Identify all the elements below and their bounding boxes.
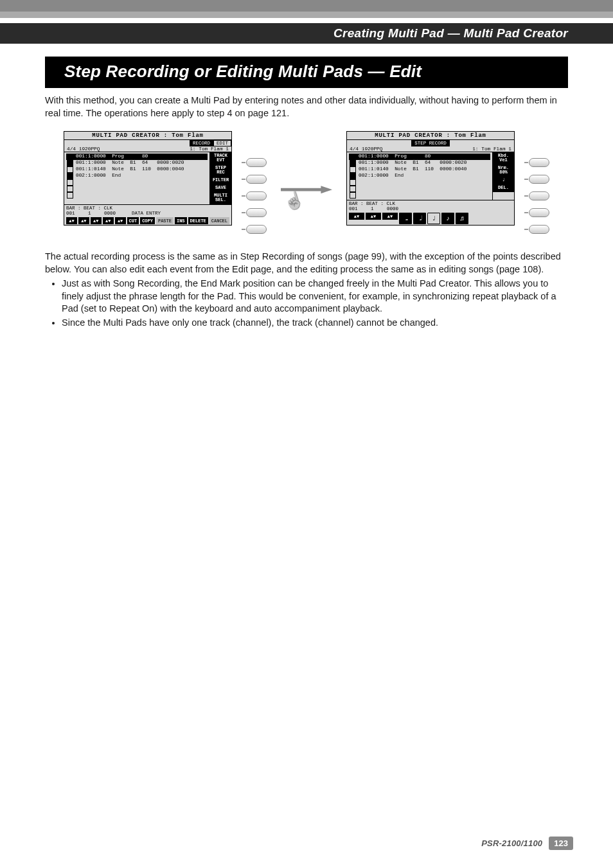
cursor-box-icon — [67, 186, 73, 192]
lcd-side-buttons: TRACK EVTSTEP RECFILTERSAVEMULTI SEL. — [209, 152, 231, 204]
lcd-foot-right: BAR : BEAT : CLK 001 1 0000 ▲▼ ▲▼ ▲▼ 𝅝𝅗𝅥… — [347, 200, 514, 225]
page: Creating Multi Pad — Multi Pad Creator S… — [0, 0, 613, 868]
hardware-button-column-left — [246, 131, 267, 234]
hardware-button[interactable] — [529, 208, 549, 217]
note-value-button: ♪ — [441, 213, 454, 224]
section-heading: Step Recording or Editing Multi Pads — E… — [45, 57, 568, 88]
lcd-side-button: DEL. — [493, 184, 514, 192]
body-text: The actual recording process is the same… — [45, 251, 568, 329]
lcd-tabs-left: RECORD EDIT — [64, 140, 231, 146]
lcd-header: 4/4 1920PPQ 1: Tom Flam 1 — [64, 146, 231, 152]
cursor-box-icon — [350, 160, 356, 166]
lcd-body: 001:1:0000 Prog 80 001:1:0000 Note B1 64… — [347, 152, 514, 200]
event-row: 001:1:0000 Prog 80 — [66, 154, 208, 160]
event-row-empty — [349, 186, 490, 192]
bullet-item: Just as with Song Recording, the End Mar… — [62, 278, 568, 315]
foot-bar: 001 — [66, 211, 75, 216]
lcd-side-button: STEP REC — [210, 164, 231, 177]
intro-paragraph: With this method, you can create a Multi… — [45, 94, 568, 120]
foot-button-row-left: ▲▼ ▲▼ ▲▼ ▲▼ ▲▼ CUTCOPYPASTEINSDELETECANC… — [66, 217, 229, 224]
lcd-side-button: Kbd. Vel — [493, 152, 514, 164]
tab-edit: EDIT — [213, 140, 231, 146]
event-text: 001:1:0000 Prog 80 — [76, 154, 157, 160]
event-text: 001:1:0000 Prog 80 — [359, 154, 440, 160]
hardware-button[interactable] — [246, 158, 267, 167]
lcd-header-left: 4/4 1920PPQ — [350, 146, 382, 152]
bar-beat-clk-label: BAR : BEAT : CLK — [349, 201, 395, 206]
cursor-box-icon — [67, 179, 73, 186]
tab-record: RECORD — [190, 140, 213, 146]
hardware-button[interactable] — [529, 158, 549, 167]
updown-icon: ▲▼ — [78, 217, 89, 224]
cursor-box-icon — [350, 173, 356, 179]
lcd-side-button: FILTER — [210, 177, 231, 184]
lcd-foot-button: COPY — [140, 217, 155, 224]
footer: PSR-2100/1100 123 — [481, 837, 573, 850]
event-row: 002:1:0000 End — [349, 173, 490, 179]
lcd-screen-right: MULTI PAD CREATOR : Tom Flam STEP RECORD… — [346, 131, 515, 226]
lcd-side-buttons: Kbd. VelNrm. 80%♩DEL. — [492, 152, 514, 200]
event-row: 001:1:0000 Prog 80 — [349, 154, 490, 160]
hardware-button[interactable] — [246, 208, 267, 217]
lcd-screen-left: MULTI PAD CREATOR : Tom Flam RECORD EDIT… — [64, 131, 232, 226]
hardware-button[interactable] — [529, 175, 549, 184]
lcd-foot-button: PASTE — [156, 217, 173, 224]
foot-beat: 1 — [371, 206, 374, 211]
updown-icon: ▲▼ — [91, 217, 102, 224]
bullet-list: Just as with Song Recording, the End Mar… — [45, 278, 568, 329]
event-row-empty — [66, 192, 208, 199]
updown-icon: ▲▼ — [66, 217, 77, 224]
lcd-foot-button: DELETE — [188, 217, 208, 224]
event-row-empty — [349, 192, 490, 199]
event-row: 001:1:0000 Note B1 64 0000:0020 — [349, 160, 490, 166]
lcd-tabs-right: STEP RECORD — [347, 140, 514, 146]
chapter-bar: Creating Multi Pad — Multi Pad Creator — [0, 23, 613, 44]
event-text: 001:1:0000 Note B1 64 0000:0020 — [359, 160, 466, 166]
content: Step Recording or Editing Multi Pads — E… — [45, 57, 568, 330]
hardware-button[interactable] — [529, 191, 549, 200]
hardware-button[interactable] — [246, 175, 267, 184]
lcd-foot-left: BAR : BEAT : CLK 001 1 0000 DATA ENTRY ▲… — [64, 204, 231, 225]
chapter-title: Creating Multi Pad — Multi Pad Creator — [333, 26, 568, 40]
lcd-title: MULTI PAD CREATOR : Tom Flam — [64, 132, 231, 140]
hardware-button[interactable] — [529, 225, 549, 234]
footer-page-number: 123 — [549, 837, 573, 850]
hand-pointer-icon: ☝️ — [281, 189, 306, 213]
event-text: 001:1:0000 Note B1 64 0000:0020 — [76, 160, 184, 166]
event-row-empty — [349, 179, 490, 186]
foot-clk: 0000 — [387, 206, 398, 211]
updown-icon: ▲▼ — [115, 217, 126, 224]
cursor-box-icon — [350, 179, 356, 186]
lcd-side-button: MULTI SEL. — [210, 192, 231, 204]
event-row-empty — [66, 179, 208, 186]
hardware-button-column-right — [529, 131, 549, 234]
foot-clk: 0000 — [104, 211, 116, 216]
bar-beat-clk-label: BAR : BEAT : CLK — [66, 206, 112, 211]
hardware-button[interactable] — [246, 191, 267, 200]
cursor-box-icon — [350, 166, 356, 173]
foot-button-row-right: ▲▼ ▲▼ ▲▼ 𝅝𝅗𝅥♩♪♬ — [349, 213, 512, 224]
cursor-box-icon — [67, 160, 73, 166]
event-text: 002:1:0000 End — [359, 173, 440, 179]
foot-beat: 1 — [88, 211, 91, 216]
lcd-foot-button: CUT — [127, 217, 139, 224]
note-value-button: 𝅝 — [399, 213, 412, 224]
event-text: 001:1:0140 Note B1 110 0000:0040 — [359, 166, 466, 173]
event-row-empty — [66, 186, 208, 192]
pointer: ☝️ — [281, 184, 332, 217]
event-row: 001:1:0140 Note B1 110 0000:0040 — [66, 166, 208, 173]
cursor-box-icon — [350, 192, 356, 199]
lcd-side-button: TRACK EVT — [210, 152, 231, 164]
lcd-side-button: ♩ — [493, 177, 514, 184]
hardware-button[interactable] — [246, 225, 267, 234]
cursor-box-icon — [67, 166, 73, 173]
updown-icon: ▲▼ — [366, 213, 381, 220]
lcd-foot-button: CANCEL — [209, 217, 229, 224]
note-value-button: ♬ — [456, 213, 468, 224]
cursor-box-icon — [350, 154, 356, 160]
data-entry-label: DATA ENTRY — [132, 211, 161, 216]
footer-model: PSR-2100/1100 — [481, 838, 542, 848]
lcd-side-button: SAVE — [210, 184, 231, 192]
lcd-body: 001:1:0000 Prog 80 001:1:0000 Note B1 64… — [64, 152, 231, 204]
cursor-box-icon — [67, 173, 73, 179]
